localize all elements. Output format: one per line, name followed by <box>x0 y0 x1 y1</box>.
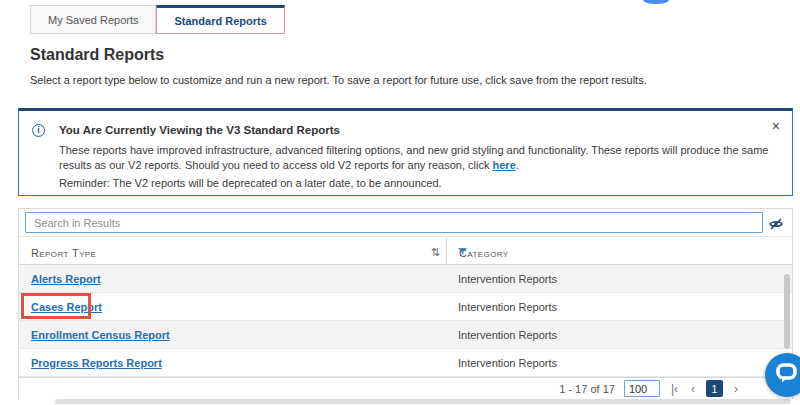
banner-title: You Are Currently Viewing the V3 Standar… <box>59 124 340 136</box>
report-link-progress-reports[interactable]: Progress Reports Report <box>31 357 162 369</box>
clipped-avatar-button[interactable] <box>643 0 669 4</box>
current-page-button[interactable]: 1 <box>706 380 723 397</box>
prev-page-icon[interactable]: ‹ <box>689 382 697 396</box>
report-tabs: My Saved Reports Standard Reports <box>30 5 285 34</box>
banner-body-period: . <box>516 159 519 171</box>
header-report-type-label: Report Type <box>31 247 96 259</box>
search-input[interactable] <box>25 212 763 233</box>
chat-bubble-icon <box>775 361 799 389</box>
standard-reports-page: My Saved Reports Standard Reports Standa… <box>0 0 800 405</box>
banner-reminder: Reminder: The V2 reports will be depreca… <box>59 177 442 189</box>
header-category[interactable]: Category <box>447 237 792 264</box>
page-title: Standard Reports <box>30 46 164 64</box>
search-row <box>19 209 792 237</box>
vertical-scrollbar-thumb[interactable] <box>784 274 790 349</box>
table-row: Cases Report Intervention Reports <box>19 293 792 321</box>
page-size-input[interactable] <box>624 380 660 397</box>
reports-table-card: Report Type ⇅ Category Alerts Report Int… <box>18 208 793 399</box>
tab-label: Standard Reports <box>174 15 266 27</box>
tab-standard-reports[interactable]: Standard Reports <box>156 5 284 34</box>
tab-my-saved-reports[interactable]: My Saved Reports <box>30 5 156 34</box>
horizontal-scrollbar-thumb[interactable] <box>55 399 791 404</box>
v3-info-banner: i You Are Currently Viewing the V3 Stand… <box>18 108 793 196</box>
category-cell: Intervention Reports <box>447 321 792 348</box>
report-link-enrollment-census[interactable]: Enrollment Census Report <box>31 329 170 341</box>
report-link-cases[interactable]: Cases Report <box>31 301 102 313</box>
header-category-label: Category <box>459 247 509 259</box>
pagination-range-text: 1 - 17 of 17 <box>559 383 615 395</box>
table-row: Enrollment Census Report Intervention Re… <box>19 321 792 349</box>
page-subtitle: Select a report type below to customize … <box>30 74 647 86</box>
table-header-row: Report Type ⇅ Category <box>19 237 792 265</box>
tab-label: My Saved Reports <box>48 14 138 26</box>
table-row: Alerts Report Intervention Reports <box>19 265 792 293</box>
banner-body-text: These reports have improved infrastructu… <box>59 144 768 171</box>
table-row: Progress Reports Report Intervention Rep… <box>19 349 792 377</box>
header-report-type[interactable]: Report Type ⇅ <box>19 237 447 264</box>
close-icon[interactable]: × <box>772 119 780 133</box>
next-page-icon[interactable]: › <box>732 382 740 396</box>
here-link[interactable]: here <box>493 159 516 171</box>
category-cell: Intervention Reports <box>447 265 792 292</box>
info-icon: i <box>32 124 45 137</box>
eye-slash-icon[interactable] <box>768 216 784 232</box>
category-cell: Intervention Reports <box>447 293 792 320</box>
sort-icon[interactable]: ⇅ <box>431 246 440 259</box>
report-link-alerts[interactable]: Alerts Report <box>31 273 101 285</box>
pagination-bar: 1 - 17 of 17 |‹ ‹ 1 › <box>19 377 792 399</box>
first-page-icon[interactable]: |‹ <box>669 382 680 396</box>
category-cell: Intervention Reports <box>447 349 792 376</box>
banner-body: These reports have improved infrastructu… <box>59 143 774 173</box>
